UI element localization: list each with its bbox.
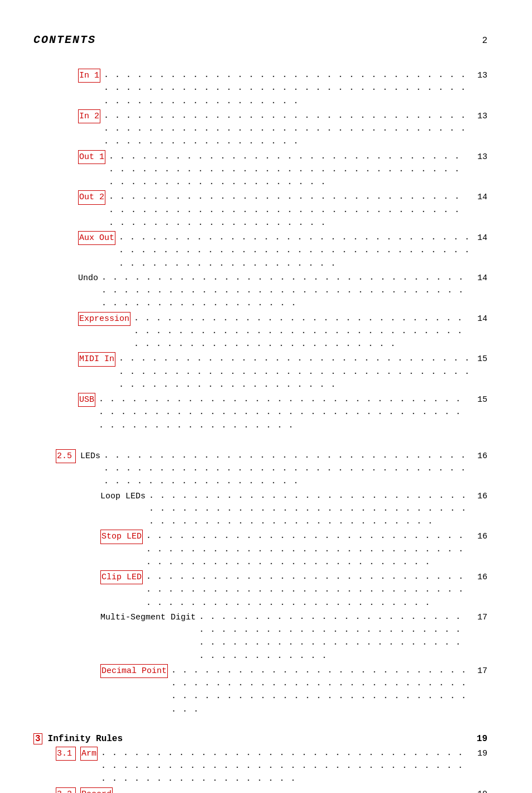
entry-dots bbox=[146, 530, 471, 569]
entry-page: 17 bbox=[474, 611, 487, 624]
list-item: Clip LED 16 bbox=[33, 570, 487, 610]
entry-link[interactable]: USB bbox=[78, 393, 95, 407]
entry-link[interactable]: Clip LED bbox=[100, 570, 143, 584]
entry-dots bbox=[119, 231, 471, 270]
list-item: Stop LED 16 bbox=[33, 530, 487, 569]
entry-link[interactable]: In 2 bbox=[78, 109, 100, 123]
entry-label: Out 2 bbox=[78, 190, 105, 204]
list-item: Undo 14 bbox=[33, 272, 487, 311]
page-header: CONTENTS 2 bbox=[33, 33, 487, 46]
entry-link[interactable]: Out 2 bbox=[78, 190, 105, 204]
section-25-heading: 2.5 LEDs 16 bbox=[33, 449, 487, 489]
section-32-page: 19 bbox=[474, 788, 487, 794]
entry-page: 14 bbox=[474, 272, 487, 285]
entry-dots bbox=[101, 271, 471, 310]
list-item: In 1 13 bbox=[33, 69, 487, 108]
entry-label: USB bbox=[78, 393, 95, 407]
section-31-link[interactable]: Arm bbox=[80, 747, 98, 761]
entry-page: 14 bbox=[474, 191, 487, 204]
entry-link[interactable]: MIDI In bbox=[78, 352, 115, 366]
section-25-page: 16 bbox=[474, 450, 487, 463]
entry-label: Expression bbox=[78, 312, 130, 326]
list-item: Aux Out 14 bbox=[33, 231, 487, 271]
entry-label: In 2 bbox=[78, 109, 100, 123]
list-item: Out 1 13 bbox=[33, 150, 487, 190]
section-25-num[interactable]: 2.5 bbox=[56, 449, 76, 463]
entry-dots bbox=[199, 611, 471, 662]
section-32-label: Record bbox=[80, 787, 113, 794]
list-item: Multi-Segment Digit 17 bbox=[33, 611, 487, 663]
section-3-num[interactable]: 3 bbox=[33, 733, 42, 744]
section-31: 3.1 Arm 19 bbox=[33, 747, 487, 786]
entry-dots bbox=[116, 787, 471, 794]
entry-dots bbox=[109, 150, 471, 189]
entry-label: Clip LED bbox=[100, 570, 143, 584]
entry-link[interactable]: Stop LED bbox=[100, 530, 143, 544]
section-31-page: 19 bbox=[474, 747, 487, 760]
section-25: 2.5 LEDs 16 Loop LEDs 16 Stop LED 16 Cli… bbox=[33, 449, 487, 717]
entry-link[interactable]: Out 1 bbox=[78, 150, 105, 164]
entry-label: Decimal Point bbox=[100, 664, 168, 678]
entry-page: 16 bbox=[474, 571, 487, 584]
entry-label: In 1 bbox=[78, 69, 100, 83]
entry-dots bbox=[104, 109, 471, 148]
entry-page: 15 bbox=[474, 393, 487, 406]
section-3: 3 Infinity Rules 19 3.1 Arm 19 3.2 Recor… bbox=[33, 733, 487, 793]
entry-dots bbox=[99, 393, 471, 432]
entry-page: 14 bbox=[474, 232, 487, 244]
entry-page: 13 bbox=[474, 151, 487, 164]
entry-label: Loop LEDs bbox=[100, 490, 146, 503]
section-31-num[interactable]: 3.1 bbox=[56, 747, 76, 761]
list-item: In 2 13 bbox=[33, 109, 487, 149]
section-25-label: LEDs bbox=[80, 450, 100, 463]
entry-page: 16 bbox=[474, 490, 487, 503]
entry-page: 13 bbox=[474, 110, 487, 123]
section-32-link[interactable]: Record bbox=[80, 787, 113, 794]
entry-dots bbox=[146, 570, 471, 609]
entry-label: MIDI In bbox=[78, 352, 115, 366]
section-32-num[interactable]: 3.2 bbox=[56, 787, 76, 794]
entry-dots bbox=[119, 352, 471, 391]
entry-label: Out 1 bbox=[78, 150, 105, 164]
header-page-number: 2 bbox=[482, 36, 487, 46]
entry-dots bbox=[171, 664, 471, 716]
entry-page: 14 bbox=[474, 313, 487, 325]
list-item: USB 15 bbox=[33, 393, 487, 432]
entry-label: Multi-Segment Digit bbox=[100, 611, 196, 624]
section-3-heading: 3 Infinity Rules 19 bbox=[33, 733, 487, 744]
entry-dots bbox=[134, 312, 471, 351]
section-32: 3.2 Record 19 bbox=[33, 787, 487, 794]
top-entries-section: In 1 13 In 2 13 Out 1 13 Out 2 14 Aux Ou… bbox=[33, 69, 487, 432]
entry-dots bbox=[109, 190, 471, 229]
entry-label: Aux Out bbox=[78, 231, 115, 245]
entry-link[interactable]: In 1 bbox=[78, 69, 100, 83]
entry-link[interactable]: Aux Out bbox=[78, 231, 115, 245]
entry-page: 15 bbox=[474, 353, 487, 366]
entry-dots bbox=[104, 69, 471, 108]
entry-dots bbox=[149, 489, 471, 528]
list-item: Expression 14 bbox=[33, 312, 487, 352]
entry-dots bbox=[101, 747, 471, 786]
list-item: MIDI In 15 bbox=[33, 352, 487, 392]
entry-link[interactable]: Expression bbox=[78, 312, 130, 326]
entry-dots bbox=[104, 449, 471, 488]
section-3-label: Infinity Rules bbox=[48, 734, 123, 744]
entry-page: 16 bbox=[474, 530, 487, 543]
entry-page: 17 bbox=[474, 665, 487, 677]
entry-page: 13 bbox=[474, 69, 487, 82]
entry-label: Undo bbox=[78, 272, 98, 285]
list-item: Decimal Point 17 bbox=[33, 664, 487, 717]
section-31-label: Arm bbox=[80, 747, 98, 761]
entry-label: Stop LED bbox=[100, 530, 143, 544]
contents-title: CONTENTS bbox=[33, 33, 96, 46]
list-item: Loop LEDs 16 bbox=[33, 490, 487, 529]
section-3-page: 19 bbox=[477, 734, 487, 744]
entry-link[interactable]: Decimal Point bbox=[100, 664, 168, 678]
list-item: Out 2 14 bbox=[33, 190, 487, 230]
